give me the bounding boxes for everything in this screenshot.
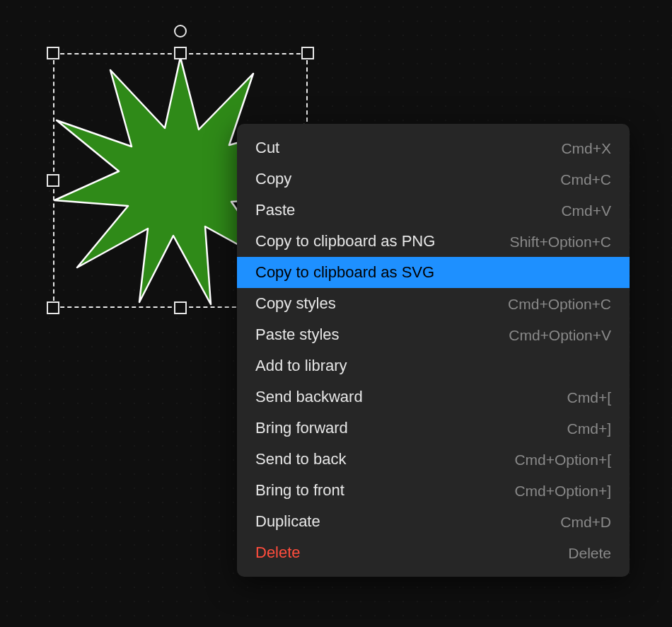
menu-item-label: Send backward — [255, 389, 363, 405]
menu-item-duplicate[interactable]: Duplicate Cmd+D — [237, 506, 630, 537]
menu-item-label: Copy — [255, 171, 291, 187]
menu-item-delete[interactable]: Delete Delete — [237, 537, 630, 568]
resize-handle-w[interactable] — [47, 174, 59, 187]
menu-item-bring-to-front[interactable]: Bring to front Cmd+Option+] — [237, 475, 630, 506]
menu-item-shortcut: Delete — [568, 546, 611, 560]
menu-item-label: Paste styles — [255, 327, 340, 343]
menu-item-shortcut: Cmd+V — [561, 203, 611, 218]
menu-item-label: Bring forward — [255, 420, 348, 436]
menu-item-paste[interactable]: Paste Cmd+V — [237, 195, 630, 226]
resize-handle-s[interactable] — [174, 301, 187, 314]
menu-item-paste-styles[interactable]: Paste styles Cmd+Option+V — [237, 319, 630, 350]
menu-item-shortcut: Cmd+C — [560, 172, 611, 187]
menu-item-copy-styles[interactable]: Copy styles Cmd+Option+C — [237, 288, 630, 319]
menu-item-shortcut: Cmd+Option+C — [508, 297, 611, 311]
menu-item-send-backward[interactable]: Send backward Cmd+[ — [237, 381, 630, 413]
menu-item-cut[interactable]: Cut Cmd+X — [237, 132, 630, 163]
menu-item-bring-forward[interactable]: Bring forward Cmd+] — [237, 413, 630, 444]
menu-item-shortcut: Cmd+Option+V — [509, 328, 611, 343]
menu-item-copy-png[interactable]: Copy to clipboard as PNG Shift+Option+C — [237, 226, 630, 257]
menu-item-shortcut: Cmd+] — [567, 421, 611, 436]
menu-item-label: Bring to front — [255, 483, 344, 498]
menu-item-shortcut: Cmd+[ — [567, 390, 611, 405]
resize-handle-ne[interactable] — [301, 47, 314, 59]
menu-item-shortcut: Cmd+Option+] — [514, 483, 611, 498]
menu-item-label: Paste — [255, 202, 295, 218]
menu-item-add-to-library[interactable]: Add to library — [237, 350, 630, 381]
rotate-handle[interactable] — [174, 25, 187, 38]
resize-handle-n[interactable] — [174, 47, 187, 59]
menu-item-label: Cut — [255, 140, 279, 156]
menu-item-shortcut: Shift+Option+C — [509, 234, 611, 249]
menu-item-send-to-back[interactable]: Send to back Cmd+Option+[ — [237, 444, 630, 475]
menu-item-shortcut: Cmd+X — [561, 141, 611, 156]
resize-handle-nw[interactable] — [47, 47, 59, 59]
menu-item-label: Duplicate — [255, 514, 320, 529]
menu-item-label: Delete — [255, 545, 301, 560]
menu-item-copy[interactable]: Copy Cmd+C — [237, 163, 630, 195]
menu-item-copy-svg[interactable]: Copy to clipboard as SVG — [237, 257, 630, 288]
menu-item-shortcut: Cmd+Option+[ — [514, 452, 611, 467]
menu-item-label: Copy to clipboard as SVG — [255, 265, 434, 280]
menu-item-label: Copy styles — [255, 296, 336, 311]
menu-item-label: Send to back — [255, 451, 346, 467]
resize-handle-sw[interactable] — [47, 301, 59, 314]
context-menu: Cut Cmd+X Copy Cmd+C Paste Cmd+V Copy to… — [237, 124, 630, 577]
menu-item-shortcut: Cmd+D — [560, 514, 611, 529]
menu-item-label: Add to library — [255, 358, 347, 374]
menu-item-label: Copy to clipboard as PNG — [255, 234, 435, 249]
